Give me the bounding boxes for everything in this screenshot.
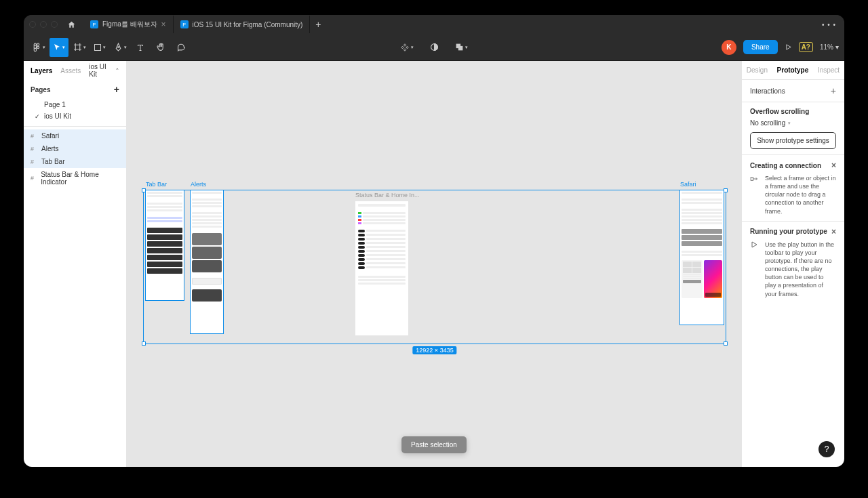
close-window-btn[interactable] [29,21,36,28]
svg-rect-6 [458,46,462,51]
frame-safari[interactable]: Safari [679,190,724,325]
show-prototype-settings-button[interactable]: Show prototype settings [750,132,836,149]
frame-tab-bar[interactable]: Tab Bar [145,190,184,301]
svg-rect-7 [751,178,753,181]
zoom-value: 11% [820,43,833,51]
frame-preview [355,201,408,335]
interactions-label: Interactions [750,87,785,95]
connection-icon [750,174,760,215]
toast-notification: Paste selection [401,436,467,453]
hint-text: Use the play button in the toolbar to pl… [765,241,836,298]
play-icon [750,241,760,298]
chevron-icon: ⌃ [115,68,119,73]
resize-handle-bl[interactable] [142,341,146,346]
overflow-section: Overflow scrolling No scrolling ▾ Show p… [742,102,844,155]
layer-item-alerts[interactable]: # Alerts [24,142,126,155]
figma-file-icon: F [90,20,98,28]
file-tab-0[interactable]: F Figma를 배워보자 × [83,16,174,33]
tab-label: Figma를 배워보자 [102,20,157,29]
add-page-button[interactable]: + [114,84,119,95]
page-item-1[interactable]: ios UI Kit [31,110,119,122]
main-menu-button[interactable]: ▾ [29,38,48,57]
tab-bar: F Figma를 배워보자 × F iOS 15 UI Kit for Figm… [24,15,844,34]
tool-group-right: K Share A? 11% ▾ [722,40,839,55]
svg-point-3 [117,47,119,48]
maximize-window-btn[interactable] [51,21,58,28]
svg-rect-2 [95,44,101,50]
chevron-down-icon: ▾ [788,121,791,126]
interactions-section: Interactions + [742,80,844,102]
selection-dimensions: 12922 × 3435 [412,346,456,354]
pages-title: Pages [31,86,50,94]
tool-group-left: ▾ ▾ ▾ ▾ ▾ [29,38,191,57]
right-panel-tabs: Design Prototype Inspect [742,61,844,80]
frame-label: Alerts [191,181,206,188]
assets-tab[interactable]: Assets [60,67,81,75]
component-tool[interactable]: ▾ [397,38,416,57]
frame-preview [191,190,223,333]
hint-text: Select a frame or object in a frame and … [765,174,836,215]
app-window: F Figma를 배워보자 × F iOS 15 UI Kit for Figm… [24,15,844,467]
layer-label: Tab Bar [41,158,64,165]
page-item-0[interactable]: Page 1 [31,99,119,110]
hint-running-prototype: Running your prototype × Use the play bu… [742,222,844,304]
resize-handle-br[interactable] [724,341,728,346]
zoom-select[interactable]: 11% ▾ [820,43,839,51]
layers-list: # Safari # Alerts # Tab Bar # Status Bar… [24,126,126,467]
help-button[interactable]: ? [818,441,835,457]
prototype-tab[interactable]: Prototype [777,66,809,74]
shape-tool[interactable]: ▾ [90,38,109,57]
figma-file-icon: F [180,20,189,28]
file-tab-1[interactable]: F iOS 15 UI Kit for Figma (Community) [174,16,311,33]
page-selector-label: ios UI Kit [89,63,113,78]
left-panel-tabs: Layers Assets ios UI Kit ⌃ [24,61,126,80]
layer-item-status-bar[interactable]: # Status Bar & Home Indicator [24,168,126,188]
window-controls [29,21,58,28]
hint-creating-connection: Creating a connection × Select a frame o… [742,155,844,222]
main-area: Layers Assets ios UI Kit ⌃ Pages + Page … [24,61,844,467]
frame-icon: # [31,146,37,152]
text-tool[interactable] [131,38,150,57]
add-interaction-button[interactable]: + [831,85,836,96]
layers-tab[interactable]: Layers [31,67,52,75]
frame-alerts[interactable]: Alerts [190,190,224,334]
toolbar: ▾ ▾ ▾ ▾ ▾ [24,34,844,61]
close-tab-icon[interactable]: × [161,20,166,29]
tool-group-center: ▾ ▾ [397,38,471,57]
frame-label: Status Bar & Home In... [355,192,420,199]
selection-box: 12922 × 3435 [143,190,726,344]
pen-tool[interactable]: ▾ [111,38,130,57]
layer-item-tab-bar[interactable]: # Tab Bar [24,155,126,168]
inspect-tab[interactable]: Inspect [818,66,840,74]
frame-icon: # [31,159,37,165]
close-hint-button[interactable]: × [831,227,836,236]
share-button[interactable]: Share [743,40,778,54]
frame-status-bar[interactable]: Status Bar & Home In... [355,201,408,335]
frame-icon: # [31,133,37,140]
frame-label: Tab Bar [146,181,167,188]
user-avatar[interactable]: K [722,40,736,55]
design-tab[interactable]: Design [747,66,768,74]
comment-tool[interactable] [172,38,191,57]
canvas[interactable]: 12922 × 3435 Tab Bar [127,61,741,467]
present-button[interactable] [785,43,792,51]
page-selector[interactable]: ios UI Kit ⌃ [89,63,119,78]
minimize-window-btn[interactable] [40,21,47,28]
frame-tool[interactable]: ▾ [70,38,89,57]
overflow-dropdown[interactable]: No scrolling ▾ [750,119,836,127]
hand-tool[interactable] [151,38,170,57]
layer-label: Status Bar & Home Indicator [41,171,119,186]
close-hint-button[interactable]: × [831,161,836,170]
move-tool[interactable]: ▾ [50,38,68,57]
overflow-label: Overflow scrolling [750,108,809,115]
mask-tool[interactable] [425,38,443,57]
plugin-badge[interactable]: A? [799,42,813,52]
pages-header: Pages + [31,84,119,95]
home-button[interactable] [67,20,83,29]
tab-overflow-menu[interactable]: • • • [822,21,839,28]
new-tab-button[interactable]: + [310,19,326,30]
boolean-tool[interactable]: ▾ [452,38,471,57]
pages-section: Pages + Page 1 ios UI Kit [24,80,126,126]
layer-item-safari[interactable]: # Safari [24,129,126,142]
right-panel: Design Prototype Inspect Interactions + … [741,61,844,467]
